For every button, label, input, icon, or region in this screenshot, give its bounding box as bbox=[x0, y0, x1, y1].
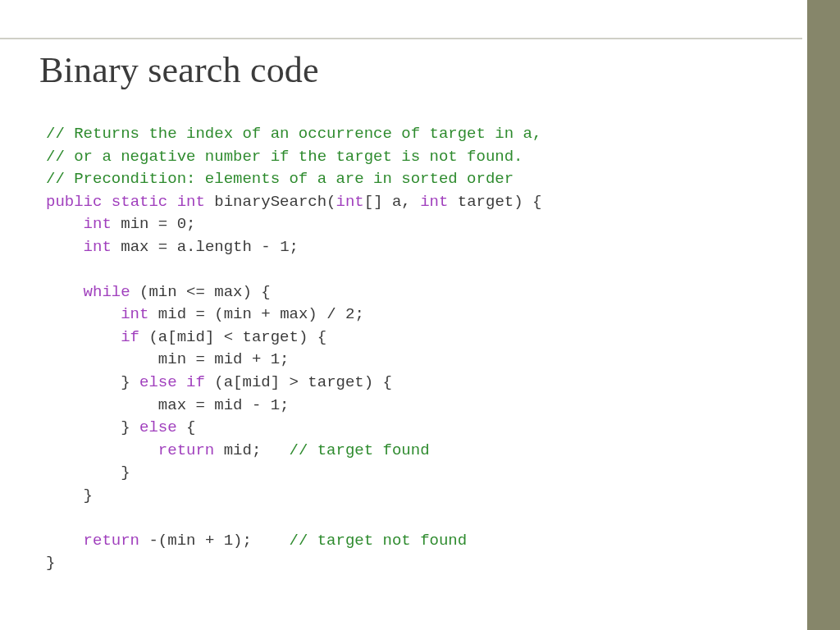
op-plus: + bbox=[205, 532, 214, 550]
op-plus: + bbox=[252, 350, 261, 368]
brackets: [] bbox=[364, 193, 383, 211]
rbrack: ] bbox=[205, 328, 214, 346]
op-minus: - bbox=[252, 396, 261, 414]
code-comment: // Precondition: elements of a are in so… bbox=[46, 170, 514, 188]
paren-close: ) bbox=[308, 305, 317, 323]
paren-open: ( bbox=[214, 373, 223, 391]
var-mid: mid bbox=[224, 441, 252, 459]
op-eq: = bbox=[195, 350, 204, 368]
param-a: a bbox=[158, 328, 167, 346]
paren-open: ( bbox=[214, 305, 223, 323]
page-title: Binary search code bbox=[39, 49, 319, 91]
kw-return: return bbox=[84, 532, 139, 550]
brace-open: { bbox=[317, 328, 326, 346]
brace-close: } bbox=[84, 486, 93, 504]
var-min: min bbox=[148, 283, 176, 301]
slide: Binary search code // Returns the index … bbox=[0, 0, 840, 630]
semi: ; bbox=[186, 215, 195, 233]
op-div: / bbox=[326, 305, 336, 323]
kw-else: else bbox=[139, 373, 177, 391]
op-plus: + bbox=[261, 305, 270, 323]
var-mid: mid bbox=[214, 350, 242, 368]
paren-close: ) bbox=[364, 373, 373, 391]
paren-open: ( bbox=[148, 328, 158, 346]
op-gt: > bbox=[290, 373, 299, 391]
fn-name: binarySearch bbox=[214, 193, 326, 211]
kw-int: int bbox=[177, 193, 205, 211]
kw-int: int bbox=[84, 238, 112, 256]
var-mid: mid bbox=[158, 305, 186, 323]
kw-else: else bbox=[139, 418, 177, 436]
semi: ; bbox=[354, 305, 363, 323]
var-mid: mid bbox=[214, 396, 242, 414]
brace-close: } bbox=[121, 373, 130, 391]
brace-open: { bbox=[383, 373, 392, 391]
param-target: target bbox=[458, 193, 514, 211]
comma: , bbox=[401, 193, 410, 211]
accent-stripe bbox=[807, 0, 840, 630]
op-minus: - bbox=[261, 238, 270, 256]
lbrack: [ bbox=[167, 328, 176, 346]
kw-static: static bbox=[112, 193, 167, 211]
paren-close: ) bbox=[299, 328, 308, 346]
param-a: a bbox=[224, 373, 233, 391]
code-comment: // target found bbox=[290, 441, 430, 459]
paren-close: ) bbox=[233, 532, 242, 550]
num-1: 1 bbox=[271, 350, 280, 368]
brace-close: } bbox=[121, 418, 130, 436]
num-1: 1 bbox=[271, 396, 280, 414]
kw-if: if bbox=[186, 373, 205, 391]
semi: ; bbox=[290, 238, 299, 256]
var-max: max bbox=[214, 283, 242, 301]
kw-int: int bbox=[84, 215, 112, 233]
var-mid: mid bbox=[242, 373, 270, 391]
param-a: a bbox=[177, 238, 186, 256]
op-eq: = bbox=[158, 238, 167, 256]
semi: ; bbox=[280, 350, 289, 368]
brace-open: { bbox=[186, 418, 195, 436]
brace-close: } bbox=[46, 554, 55, 572]
num-2: 2 bbox=[345, 305, 354, 323]
var-max: max bbox=[121, 238, 148, 256]
op-eq: = bbox=[195, 396, 204, 414]
var-max: max bbox=[280, 305, 308, 323]
kw-int: int bbox=[121, 305, 148, 323]
kw-while: while bbox=[84, 283, 130, 301]
brace-close: } bbox=[121, 463, 130, 482]
semi: ; bbox=[252, 441, 261, 459]
paren-open: ( bbox=[158, 532, 167, 550]
rbrack: ] bbox=[271, 373, 280, 391]
param-target: target bbox=[243, 328, 299, 346]
var-max: max bbox=[158, 396, 186, 414]
op-minus: - bbox=[148, 532, 158, 550]
code-comment: // Returns the index of an occurrence of… bbox=[46, 125, 541, 143]
var-min: min bbox=[224, 305, 252, 323]
kw-public: public bbox=[46, 193, 102, 211]
kw-return: return bbox=[158, 441, 214, 459]
kw-if: if bbox=[121, 328, 139, 346]
brace-open: { bbox=[532, 193, 541, 211]
paren-close: ) bbox=[514, 193, 523, 211]
op-lt: < bbox=[224, 328, 233, 346]
paren-open: ( bbox=[139, 283, 148, 301]
op-le: <= bbox=[186, 283, 205, 301]
code-comment: // target not found bbox=[290, 532, 468, 550]
var-mid: mid bbox=[177, 328, 205, 346]
var-min: min bbox=[158, 350, 186, 368]
param-a: a bbox=[392, 193, 401, 211]
brace-open: { bbox=[261, 283, 270, 301]
lbrack: [ bbox=[233, 373, 242, 391]
kw-int: int bbox=[336, 193, 364, 211]
divider bbox=[0, 38, 802, 39]
paren-close: ) bbox=[243, 283, 252, 301]
var-min: min bbox=[167, 532, 195, 550]
field-length: length bbox=[195, 238, 251, 256]
num-0: 0 bbox=[177, 215, 186, 233]
semi: ; bbox=[280, 396, 289, 414]
dot: . bbox=[186, 238, 195, 256]
var-min: min bbox=[121, 215, 148, 233]
op-eq: = bbox=[195, 305, 204, 323]
op-eq: = bbox=[158, 215, 167, 233]
kw-int: int bbox=[420, 193, 448, 211]
paren-open: ( bbox=[326, 193, 336, 211]
